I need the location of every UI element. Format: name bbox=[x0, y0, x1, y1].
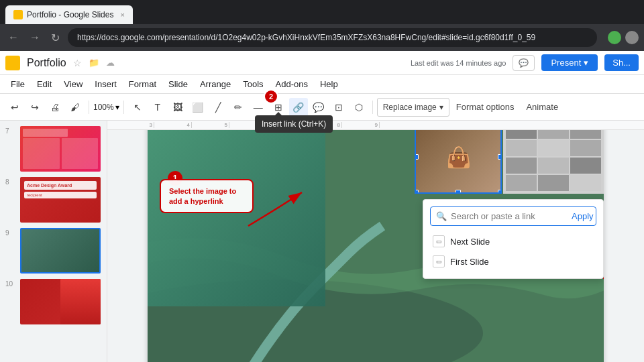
link-option-next-slide[interactable]: ▭ Next Slide bbox=[430, 231, 596, 251]
share-button[interactable]: Sh... bbox=[604, 54, 639, 71]
toolbar-image-btn[interactable]: 🖼 bbox=[168, 98, 187, 117]
menu-insert[interactable]: Insert bbox=[89, 77, 122, 91]
slide-num-8: 8 bbox=[5, 177, 16, 186]
menu-help[interactable]: Help bbox=[315, 77, 343, 91]
horizontal-ruler: 3 4 5 6 7 8 9 bbox=[107, 121, 644, 130]
zoom-value: 100% bbox=[93, 103, 114, 112]
toolbar-print-btn[interactable]: 🖨 bbox=[46, 98, 64, 117]
slide-num-9: 9 bbox=[5, 228, 16, 237]
canvas-wrapper: 3 4 5 6 7 8 9 bbox=[107, 121, 644, 362]
menu-format[interactable]: Format bbox=[123, 77, 162, 91]
slide-thumb-7[interactable]: 7 bbox=[5, 126, 101, 172]
toolbar-text-btn[interactable]: T bbox=[148, 98, 167, 117]
slide-photo-3 bbox=[503, 130, 604, 194]
last-edit-label: Last edit was 14 minutes ago bbox=[411, 59, 506, 67]
slide-num-10: 10 bbox=[5, 279, 16, 288]
toolbar-sep-2 bbox=[123, 101, 124, 114]
forward-button[interactable]: → bbox=[27, 29, 43, 46]
toolbar-line-btn[interactable]: ╱ bbox=[209, 98, 227, 117]
active-tab[interactable]: Portfolio - Google Slides × bbox=[5, 5, 133, 24]
menu-view[interactable]: View bbox=[58, 77, 88, 91]
first-slide-label: First Slide bbox=[450, 257, 489, 267]
resize-handle-ml[interactable] bbox=[415, 154, 419, 160]
toolbar-cursor-btn[interactable]: ↖ bbox=[128, 98, 147, 117]
toolbar-shape-btn[interactable]: ⬜ bbox=[189, 98, 207, 117]
present-dropdown-arrow[interactable]: ▾ bbox=[584, 58, 588, 68]
toolbar-crop-btn[interactable]: ⊡ bbox=[329, 98, 348, 117]
cloud-icon: ☁ bbox=[106, 58, 115, 68]
address-bar-input[interactable] bbox=[68, 28, 597, 47]
replace-image-button[interactable]: Replace image ▾ bbox=[377, 98, 449, 117]
star-button[interactable]: ☆ bbox=[73, 58, 82, 68]
google-slides-app: Portfolio ☆ 📁 ☁ Last edit was 14 minutes… bbox=[0, 51, 644, 362]
toolbar-scribble-btn[interactable]: ✏ bbox=[229, 98, 248, 117]
ruler-marks: 3 4 5 6 7 8 9 bbox=[117, 122, 380, 128]
slide-panel: 7 8 Acme Design Award bbox=[0, 121, 107, 362]
browser-actions bbox=[608, 31, 639, 44]
profile-icon[interactable] bbox=[608, 31, 621, 44]
link-search-input[interactable] bbox=[451, 211, 564, 221]
search-icon: 🔍 bbox=[436, 211, 447, 221]
menu-arrange[interactable]: Arrange bbox=[195, 77, 236, 91]
slide-photo-2[interactable]: 👜 bbox=[415, 130, 502, 194]
format-options-button[interactable]: Format options bbox=[451, 98, 520, 117]
resize-handle-bm[interactable] bbox=[455, 190, 461, 194]
animate-button[interactable]: Animate bbox=[521, 98, 564, 117]
first-slide-icon: ▭ bbox=[433, 255, 445, 267]
step-2-circle: 2 bbox=[264, 89, 278, 104]
zoom-dropdown-arrow[interactable]: ▾ bbox=[115, 103, 119, 112]
slide-mini-8[interactable]: Acme Design Award recipient bbox=[20, 177, 101, 223]
replace-dropdown-arrow[interactable]: ▾ bbox=[439, 103, 443, 112]
reload-button[interactable]: ↻ bbox=[48, 29, 62, 47]
toolbar-insertlink-btn[interactable]: 🔗 bbox=[289, 98, 308, 117]
app-title: Portfolio bbox=[27, 57, 66, 69]
menu-edit[interactable]: Edit bbox=[32, 77, 57, 91]
tab-close-btn[interactable]: × bbox=[120, 11, 124, 19]
app-logo bbox=[5, 56, 20, 70]
annotation-arrow-3 bbox=[603, 265, 604, 292]
tab-favicon bbox=[13, 10, 23, 19]
slide-mini-7[interactable] bbox=[20, 126, 101, 172]
resize-handle-bl[interactable] bbox=[415, 190, 419, 194]
next-slide-label: Next Slide bbox=[450, 237, 490, 247]
menu-file[interactable]: File bbox=[5, 77, 30, 91]
toolbar-undo-btn[interactable]: ↩ bbox=[5, 98, 24, 117]
toolbar-sep-3 bbox=[372, 101, 373, 114]
step-1-text: Select the image to add a hyperlink bbox=[169, 187, 236, 205]
link-search-row[interactable]: 🔍 Apply bbox=[430, 206, 596, 226]
canvas-area: 👜 1 Select the ima bbox=[107, 130, 644, 362]
resize-handle-mr[interactable] bbox=[498, 154, 502, 160]
slide-num-7: 7 bbox=[5, 126, 16, 135]
folder-icon[interactable]: 📁 bbox=[89, 58, 99, 68]
ruler-mark-1: 3 bbox=[117, 122, 154, 128]
menu-addons[interactable]: Add-ons bbox=[270, 77, 313, 91]
toolbar-redo-btn[interactable]: ↪ bbox=[25, 98, 44, 117]
slide-canvas[interactable]: 👜 1 Select the ima bbox=[148, 130, 604, 362]
menu-tools[interactable]: Tools bbox=[237, 77, 268, 91]
ruler-mark-2: 4 bbox=[154, 122, 192, 128]
link-apply-button[interactable]: Apply bbox=[568, 210, 598, 223]
present-button[interactable]: Present ▾ bbox=[541, 54, 598, 71]
comment-button[interactable]: 💬 bbox=[513, 55, 535, 71]
step-1-annotation: Select the image to add a hyperlink bbox=[160, 179, 254, 213]
slide-thumb-9[interactable]: 9 bbox=[5, 228, 101, 274]
slide-thumb-8[interactable]: 8 Acme Design Award recipient bbox=[5, 177, 101, 223]
annotation-arrow-1 bbox=[241, 186, 309, 239]
menu-bar: File Edit View Insert Format Slide Arran… bbox=[0, 75, 644, 94]
toolbar-mask-btn[interactable]: ⬡ bbox=[350, 98, 368, 117]
toolbar-paintformat-btn[interactable]: 🖌 bbox=[66, 98, 85, 117]
toolbar: ↩ ↪ 🖨 🖌 100% ▾ ↖ T 🖼 ⬜ ╱ ✏ — ⊞ 🔗 💬 ⊡ ⬡ R… bbox=[0, 94, 644, 121]
toolbar-comment-btn[interactable]: 💬 bbox=[309, 98, 328, 117]
toolbar-zoom[interactable]: 100% ▾ bbox=[93, 103, 119, 112]
main-content: 7 8 Acme Design Award bbox=[0, 121, 644, 362]
title-bar: Portfolio ☆ 📁 ☁ Last edit was 14 minutes… bbox=[0, 51, 644, 75]
resize-handle-br[interactable] bbox=[498, 190, 502, 194]
slide-mini-10[interactable] bbox=[20, 279, 101, 324]
browser-chrome: Portfolio - Google Slides × bbox=[0, 0, 644, 24]
link-option-first-slide[interactable]: ▭ First Slide bbox=[430, 251, 596, 272]
back-button[interactable]: ← bbox=[5, 29, 21, 46]
menu-slide[interactable]: Slide bbox=[163, 77, 193, 91]
extensions-icon[interactable] bbox=[625, 31, 639, 44]
slide-thumb-10[interactable]: 10 bbox=[5, 279, 101, 324]
slide-mini-9[interactable] bbox=[20, 228, 101, 274]
